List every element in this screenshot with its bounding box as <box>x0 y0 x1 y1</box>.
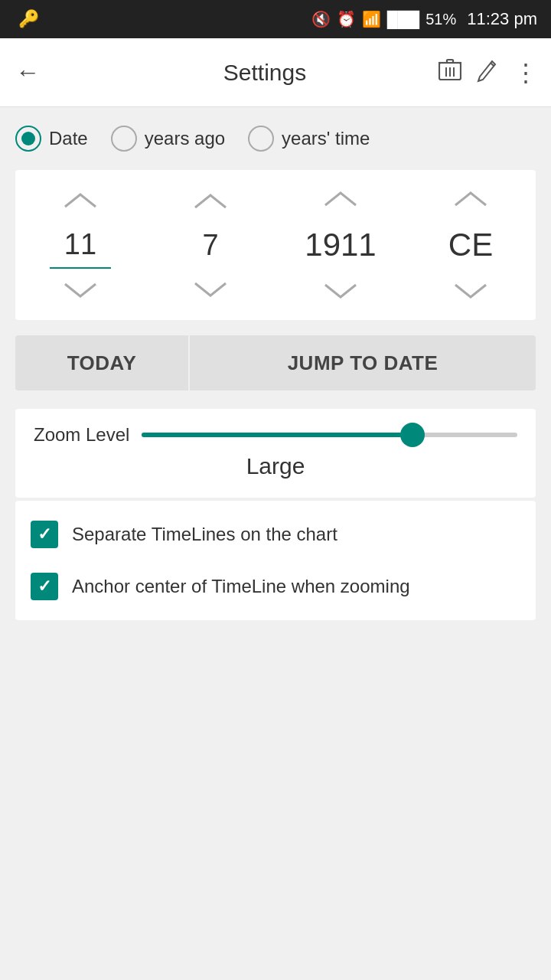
radio-years-time[interactable]: years' time <box>248 126 370 152</box>
checkbox-anchor-center-box <box>31 573 58 600</box>
edit-icon[interactable] <box>477 57 498 88</box>
battery-level: 51% <box>425 11 456 28</box>
page-title: Settings <box>52 60 478 86</box>
radio-circle-date <box>15 126 41 152</box>
month-column: 11 <box>15 179 145 312</box>
checkbox-anchor-center[interactable]: Anchor center of TimeLine when zooming <box>15 560 536 612</box>
action-buttons: TODAY JUMP TO DATE <box>15 335 536 390</box>
year-down-button[interactable] <box>321 270 360 312</box>
zoom-value-label: Large <box>34 453 517 479</box>
month-down-button[interactable] <box>61 269 99 312</box>
checkbox-separate-timelines[interactable]: Separate TimeLines on the chart <box>15 508 536 560</box>
today-button[interactable]: TODAY <box>15 335 188 390</box>
era-column: CE <box>406 178 536 312</box>
year-value[interactable]: 1911 <box>305 220 376 270</box>
status-icons: 🔇 ⏰ 📶 ███ 51% 11:23 pm <box>311 9 537 29</box>
jump-to-date-button[interactable]: JUMP TO DATE <box>190 335 536 390</box>
era-value[interactable]: CE <box>440 220 501 270</box>
era-down-button[interactable] <box>452 270 490 312</box>
main-content: Date years ago years' time 11 <box>0 107 551 635</box>
day-up-button[interactable] <box>191 180 230 223</box>
signal-icon: ███ <box>387 11 420 28</box>
era-up-button[interactable] <box>452 178 490 220</box>
year-column: 1911 <box>276 178 406 312</box>
radio-circle-years-ago <box>111 126 137 152</box>
alarm-icon: ⏰ <box>337 10 356 28</box>
checkbox-separate-timelines-box <box>31 521 58 548</box>
more-options-icon[interactable]: ⋮ <box>514 58 539 87</box>
mute-icon: 🔇 <box>311 10 331 28</box>
zoom-track <box>142 433 517 437</box>
radio-years-ago[interactable]: years ago <box>111 126 225 152</box>
status-bar: 🔑 🔇 ⏰ 📶 ███ 51% 11:23 pm <box>0 0 551 38</box>
month-value[interactable]: 11 <box>50 222 111 269</box>
checkbox-anchor-center-label: Anchor center of TimeLine when zooming <box>72 576 410 597</box>
day-value[interactable]: 7 <box>180 223 241 268</box>
radio-group: Date years ago years' time <box>15 126 536 152</box>
toolbar: ← Settings ⋮ <box>0 38 551 107</box>
zoom-thumb[interactable] <box>400 423 425 447</box>
svg-rect-4 <box>447 60 453 63</box>
radio-label-years-time: years' time <box>282 128 370 149</box>
day-down-button[interactable] <box>191 268 230 311</box>
toolbar-actions: ⋮ <box>439 57 539 88</box>
radio-label-date: Date <box>49 128 88 149</box>
day-column: 7 <box>145 180 276 311</box>
radio-circle-years-time <box>248 126 274 152</box>
year-up-button[interactable] <box>321 178 360 220</box>
radio-date[interactable]: Date <box>15 126 88 152</box>
zoom-label: Zoom Level <box>34 424 129 446</box>
date-columns: 11 7 1911 <box>15 178 536 312</box>
back-button[interactable]: ← <box>12 52 52 93</box>
zoom-label-row: Zoom Level <box>34 424 517 446</box>
delete-icon[interactable] <box>439 57 461 88</box>
wifi-icon: 📶 <box>362 10 381 28</box>
month-up-button[interactable] <box>61 179 99 222</box>
key-icon: 🔑 <box>18 9 39 29</box>
checkbox-separate-timelines-label: Separate TimeLines on the chart <box>72 524 337 545</box>
zoom-section: Zoom Level Large <box>15 409 536 498</box>
checkbox-section: Separate TimeLines on the chart Anchor c… <box>15 501 536 620</box>
status-time: 11:23 pm <box>467 9 537 29</box>
zoom-slider-wrap <box>142 433 517 437</box>
zoom-track-filled <box>142 433 412 437</box>
radio-label-years-ago: years ago <box>145 128 225 149</box>
date-picker: 11 7 1911 <box>15 170 536 320</box>
